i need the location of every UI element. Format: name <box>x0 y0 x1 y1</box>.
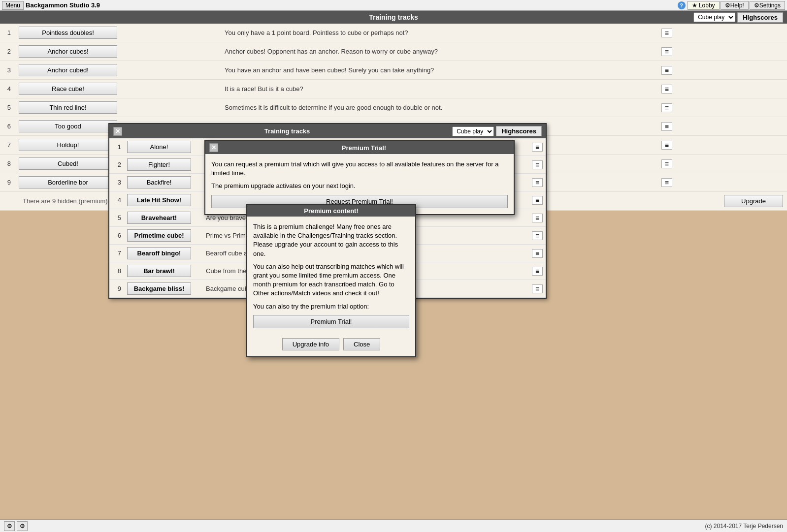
d2-track-button-9[interactable]: Backgame bliss! <box>127 282 191 295</box>
table-row: 3 Anchor cubed! You have an anchor and h… <box>0 61 787 80</box>
d2-list-icon-9[interactable]: ≡ <box>532 284 543 293</box>
premium-content-footer: Upgrade info Close <box>247 334 415 356</box>
dialog2-header: ✕ Training tracks Cube play Highscores <box>109 124 546 138</box>
d2-list-icon-5[interactable]: ≡ <box>532 214 543 222</box>
table-row: 2 Anchor cubes! Anchor cubes! Opponent h… <box>0 42 787 61</box>
upgrade-info-button[interactable]: Upgrade info <box>282 338 339 350</box>
d2-track-button-2[interactable]: Fighter! <box>127 158 191 171</box>
premium-content-title: Premium content! <box>251 207 411 215</box>
dialog2-right-controls: Cube play Highscores <box>452 126 542 136</box>
header-right-controls: Cube play Highscores <box>693 12 787 23</box>
row-number: 4 <box>109 191 124 209</box>
track-button-1[interactable]: Pointless doubles! <box>19 27 117 39</box>
premium-content-dialog: Premium content! This is a premium chall… <box>246 204 416 357</box>
list-icon-8[interactable]: ≡ <box>661 159 672 168</box>
row-number: 9 <box>0 173 15 192</box>
row-number: 1 <box>109 138 124 156</box>
track-desc-1: You only have a 1 point board. Pointless… <box>221 24 657 42</box>
bottom-bar: ⚙ ⚙ (c) 2014-2017 Terje Pedersen <box>0 519 787 532</box>
list-icon-5[interactable]: ≡ <box>661 103 672 112</box>
cube-play-dropdown[interactable]: Cube play <box>693 12 735 22</box>
track-button-9[interactable]: Borderline bor <box>19 176 117 188</box>
d2-track-button-4[interactable]: Late Hit Show! <box>127 194 191 206</box>
premium-trial-dialog: ✕ Premium Trial! You can request a premi… <box>204 140 515 215</box>
row-number: 5 <box>0 98 15 117</box>
d2-track-button-6[interactable]: Primetime cube! <box>127 229 191 242</box>
help-icon[interactable]: ? <box>678 1 686 9</box>
premium-content-header: Premium content! <box>247 205 415 217</box>
d2-list-icon-2[interactable]: ≡ <box>532 160 543 169</box>
track-button-4[interactable]: Race cube! <box>19 83 117 95</box>
row-number: 9 <box>109 280 124 298</box>
dialog2-close-button[interactable]: ✕ <box>113 127 122 136</box>
settings-icon-btn[interactable]: ⚙ <box>4 521 15 531</box>
row-number: 7 <box>109 245 124 262</box>
track-button-3[interactable]: Anchor cubed! <box>19 64 117 76</box>
settings-button[interactable]: ⚙Settings <box>750 1 785 10</box>
track-desc-4: It is a race! But is it a cube? <box>221 80 657 98</box>
table-row: 4 Race cube! It is a race! But is it a c… <box>0 80 787 98</box>
row-number: 6 <box>109 227 124 245</box>
close-button[interactable]: Close <box>343 338 380 350</box>
list-icon-6[interactable]: ≡ <box>661 122 672 131</box>
row-number: 2 <box>109 156 124 174</box>
highscores-button[interactable]: Highscores <box>737 12 783 23</box>
track-btn-cell: Pointless doubles! <box>15 24 221 42</box>
top-bar-right: ★ Lobby ⚙Help! ⚙Settings <box>688 1 785 10</box>
premium-trial-btn[interactable]: Premium Trial! <box>253 315 409 328</box>
row-number: 4 <box>0 80 15 98</box>
app-title: Backgammon Studio 3.9 <box>26 1 676 9</box>
list-icon-2[interactable]: ≡ <box>661 47 672 56</box>
track-desc-2: Anchor cubes! Opponent has an anchor. Re… <box>221 42 657 61</box>
d2-track-button-3[interactable]: Backfire! <box>127 176 191 188</box>
dialog2-title: Training tracks <box>122 127 452 135</box>
d2-track-button-1[interactable]: Alone! <box>127 141 191 153</box>
premium-content-line1: This is a premium challenge! Many free o… <box>253 222 409 258</box>
track-button-2[interactable]: Anchor cubes! <box>19 45 117 58</box>
d2-list-icon-4[interactable]: ≡ <box>532 196 543 205</box>
row-number: 3 <box>109 174 124 191</box>
row-number: 8 <box>0 155 15 173</box>
list-icon-4[interactable]: ≡ <box>661 85 672 94</box>
help-button[interactable]: ⚙Help! <box>721 1 749 10</box>
track-button-5[interactable]: Thin red line! <box>19 101 117 114</box>
main-title: Training tracks <box>369 13 418 21</box>
bottom-bar-left: ⚙ ⚙ <box>4 521 28 531</box>
upgrade-button[interactable]: Upgrade <box>724 195 783 207</box>
copyright-text: (c) 2014-2017 Terje Pedersen <box>705 523 783 530</box>
list-icon-7[interactable]: ≡ <box>661 141 672 150</box>
premium-trial-close-button[interactable]: ✕ <box>209 143 218 152</box>
menu-button[interactable]: Menu <box>2 1 24 10</box>
tools-icon-btn[interactable]: ⚙ <box>17 521 28 531</box>
list-icon-9[interactable]: ≡ <box>661 178 672 187</box>
main-header: Training tracks Cube play Highscores <box>0 11 787 24</box>
d2-list-icon-1[interactable]: ≡ <box>532 143 543 152</box>
d2-track-button-8[interactable]: Bar brawl! <box>127 265 191 277</box>
premium-trial-line1: You can request a premium trial which wi… <box>211 160 508 178</box>
table-row: 1 Pointless doubles! You only have a 1 p… <box>0 24 787 42</box>
track-button-7[interactable]: Holdup! <box>19 139 117 151</box>
row-number: 1 <box>0 24 15 42</box>
row-number: 2 <box>0 42 15 61</box>
premium-trial-line2: The premium upgrade activates on your ne… <box>211 182 508 190</box>
d2-track-button-7[interactable]: Bearoff bingo! <box>127 247 191 259</box>
track-button-6[interactable]: Too good <box>19 120 117 132</box>
track-desc-5: Sometimes it is difficult to determine i… <box>221 98 657 117</box>
list-icon-1[interactable]: ≡ <box>661 29 672 37</box>
lobby-button[interactable]: ★ Lobby <box>688 1 720 10</box>
premium-content-body: This is a premium challenge! Many free o… <box>247 217 415 334</box>
premium-trial-header: ✕ Premium Trial! <box>205 141 514 154</box>
d2-list-icon-3[interactable]: ≡ <box>532 178 543 187</box>
d2-list-icon-6[interactable]: ≡ <box>532 231 543 240</box>
table-row: 5 Thin red line! Sometimes it is difficu… <box>0 98 787 117</box>
dialog2-dropdown[interactable]: Cube play <box>452 126 494 136</box>
d2-track-button-5[interactable]: Braveheart! <box>127 212 191 224</box>
d2-list-icon-7[interactable]: ≡ <box>532 249 543 258</box>
dialog2-highscores-button[interactable]: Highscores <box>496 126 542 136</box>
row-number: 7 <box>0 136 15 155</box>
row-number: 8 <box>109 262 124 280</box>
track-button-8[interactable]: Cubed! <box>19 157 117 170</box>
list-icon-3[interactable]: ≡ <box>661 66 672 75</box>
d2-list-icon-8[interactable]: ≡ <box>532 267 543 276</box>
row-number: 3 <box>0 61 15 80</box>
